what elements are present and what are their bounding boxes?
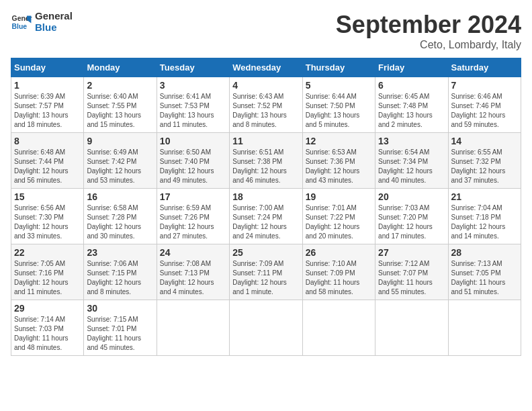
calendar-cell: 15 Sunrise: 6:56 AMSunset: 7:30 PMDaylig…: [11, 189, 84, 244]
day-info: Sunrise: 6:55 AMSunset: 7:32 PMDaylight:…: [451, 148, 518, 185]
calendar-cell: 21 Sunrise: 7:04 AMSunset: 7:18 PMDaylig…: [448, 189, 521, 244]
calendar-cell: 24 Sunrise: 7:08 AMSunset: 7:13 PMDaylig…: [157, 244, 229, 300]
day-info: Sunrise: 7:14 AMSunset: 7:03 PMDaylight:…: [14, 315, 81, 353]
header-row: SundayMondayTuesdayWednesdayThursdayFrid…: [11, 58, 521, 77]
day-number: 15: [14, 191, 81, 202]
logo: General Blue General Blue: [11, 11, 73, 33]
calendar-cell: [157, 300, 229, 356]
col-header-thursday: Thursday: [302, 58, 375, 77]
calendar-cell: 7 Sunrise: 6:46 AMSunset: 7:46 PMDayligh…: [448, 77, 521, 133]
day-number: 13: [378, 136, 445, 146]
day-info: Sunrise: 7:06 AMSunset: 7:15 PMDaylight:…: [87, 259, 153, 297]
calendar-cell: 19 Sunrise: 7:01 AMSunset: 7:22 PMDaylig…: [302, 189, 375, 244]
calendar-cell: 4 Sunrise: 6:43 AMSunset: 7:52 PMDayligh…: [230, 77, 302, 133]
logo-icon: General Blue: [11, 11, 32, 33]
day-number: 25: [232, 247, 299, 258]
day-number: 4: [232, 80, 299, 91]
day-number: 29: [14, 303, 81, 314]
day-info: Sunrise: 6:58 AMSunset: 7:28 PMDaylight:…: [87, 203, 153, 241]
day-info: Sunrise: 6:53 AMSunset: 7:36 PMDaylight:…: [306, 148, 372, 185]
day-number: 17: [160, 191, 226, 202]
logo-general: General: [35, 11, 73, 22]
day-number: 12: [306, 136, 372, 146]
calendar-table: SundayMondayTuesdayWednesdayThursdayFrid…: [11, 58, 521, 356]
day-number: 21: [451, 191, 518, 202]
day-info: Sunrise: 6:43 AMSunset: 7:52 PMDaylight:…: [232, 92, 299, 130]
calendar-cell: [302, 300, 375, 356]
calendar-cell: 3 Sunrise: 6:41 AMSunset: 7:53 PMDayligh…: [157, 77, 229, 133]
col-header-saturday: Saturday: [448, 58, 521, 77]
calendar-cell: 26 Sunrise: 7:10 AMSunset: 7:09 PMDaylig…: [302, 244, 375, 300]
calendar-cell: 9 Sunrise: 6:49 AMSunset: 7:42 PMDayligh…: [84, 133, 157, 189]
col-header-wednesday: Wednesday: [230, 58, 302, 77]
calendar-cell: 23 Sunrise: 7:06 AMSunset: 7:15 PMDaylig…: [84, 244, 157, 300]
day-number: 11: [232, 136, 299, 146]
day-number: 18: [232, 191, 299, 202]
calendar-cell: 2 Sunrise: 6:40 AMSunset: 7:55 PMDayligh…: [84, 77, 157, 133]
day-info: Sunrise: 6:40 AMSunset: 7:55 PMDaylight:…: [87, 92, 153, 130]
header: General Blue General Blue September 2024…: [11, 11, 521, 51]
day-number: 26: [306, 247, 372, 258]
day-number: 2: [87, 80, 153, 91]
col-header-friday: Friday: [375, 58, 448, 77]
day-info: Sunrise: 7:04 AMSunset: 7:18 PMDaylight:…: [451, 203, 518, 241]
day-info: Sunrise: 7:13 AMSunset: 7:05 PMDaylight:…: [451, 259, 518, 297]
day-info: Sunrise: 7:03 AMSunset: 7:20 PMDaylight:…: [378, 203, 445, 241]
col-header-sunday: Sunday: [11, 58, 84, 77]
day-number: 28: [451, 247, 518, 258]
calendar-cell: 17 Sunrise: 6:59 AMSunset: 7:26 PMDaylig…: [157, 189, 229, 244]
day-number: 23: [87, 247, 153, 258]
day-info: Sunrise: 6:49 AMSunset: 7:42 PMDaylight:…: [87, 148, 153, 185]
calendar-cell: 18 Sunrise: 7:00 AMSunset: 7:24 PMDaylig…: [230, 189, 302, 244]
day-info: Sunrise: 6:59 AMSunset: 7:26 PMDaylight:…: [160, 203, 226, 241]
calendar-cell: 6 Sunrise: 6:45 AMSunset: 7:48 PMDayligh…: [375, 77, 448, 133]
location-title: Ceto, Lombardy, Italy: [336, 39, 521, 51]
day-number: 6: [378, 80, 445, 91]
day-info: Sunrise: 6:39 AMSunset: 7:57 PMDaylight:…: [14, 92, 81, 130]
calendar-cell: 5 Sunrise: 6:44 AMSunset: 7:50 PMDayligh…: [302, 77, 375, 133]
calendar-cell: 30 Sunrise: 7:15 AMSunset: 7:01 PMDaylig…: [84, 300, 157, 356]
calendar-cell: [448, 300, 521, 356]
day-number: 10: [160, 136, 226, 146]
calendar-cell: 10 Sunrise: 6:50 AMSunset: 7:40 PMDaylig…: [157, 133, 229, 189]
calendar-cell: 22 Sunrise: 7:05 AMSunset: 7:16 PMDaylig…: [11, 244, 84, 300]
day-number: 30: [87, 303, 153, 314]
calendar-cell: 29 Sunrise: 7:14 AMSunset: 7:03 PMDaylig…: [11, 300, 84, 356]
day-info: Sunrise: 7:05 AMSunset: 7:16 PMDaylight:…: [14, 259, 81, 297]
day-number: 1: [14, 80, 81, 91]
calendar-cell: [375, 300, 448, 356]
col-header-monday: Monday: [84, 58, 157, 77]
day-info: Sunrise: 6:44 AMSunset: 7:50 PMDaylight:…: [306, 92, 372, 130]
day-number: 20: [378, 191, 445, 202]
day-number: 27: [378, 247, 445, 258]
day-info: Sunrise: 7:12 AMSunset: 7:07 PMDaylight:…: [378, 259, 445, 297]
day-info: Sunrise: 6:54 AMSunset: 7:34 PMDaylight:…: [378, 148, 445, 185]
day-info: Sunrise: 6:51 AMSunset: 7:38 PMDaylight:…: [232, 148, 299, 185]
title-section: September 2024 Ceto, Lombardy, Italy: [336, 11, 521, 51]
calendar-cell: 13 Sunrise: 6:54 AMSunset: 7:34 PMDaylig…: [375, 133, 448, 189]
col-header-tuesday: Tuesday: [157, 58, 229, 77]
day-number: 14: [451, 136, 518, 146]
day-info: Sunrise: 6:56 AMSunset: 7:30 PMDaylight:…: [14, 203, 81, 241]
day-info: Sunrise: 7:15 AMSunset: 7:01 PMDaylight:…: [87, 315, 153, 353]
week-row-2: 8 Sunrise: 6:48 AMSunset: 7:44 PMDayligh…: [11, 133, 521, 189]
day-number: 3: [160, 80, 226, 91]
calendar-cell: 12 Sunrise: 6:53 AMSunset: 7:36 PMDaylig…: [302, 133, 375, 189]
calendar-cell: 1 Sunrise: 6:39 AMSunset: 7:57 PMDayligh…: [11, 77, 84, 133]
calendar-cell: 20 Sunrise: 7:03 AMSunset: 7:20 PMDaylig…: [375, 189, 448, 244]
calendar-cell: 14 Sunrise: 6:55 AMSunset: 7:32 PMDaylig…: [448, 133, 521, 189]
day-number: 5: [306, 80, 372, 91]
day-number: 22: [14, 247, 81, 258]
month-title: September 2024: [336, 11, 521, 39]
day-info: Sunrise: 6:41 AMSunset: 7:53 PMDaylight:…: [160, 92, 226, 130]
day-info: Sunrise: 6:48 AMSunset: 7:44 PMDaylight:…: [14, 148, 81, 185]
calendar-cell: 25 Sunrise: 7:09 AMSunset: 7:11 PMDaylig…: [230, 244, 302, 300]
day-info: Sunrise: 6:45 AMSunset: 7:48 PMDaylight:…: [378, 92, 445, 130]
calendar-cell: 8 Sunrise: 6:48 AMSunset: 7:44 PMDayligh…: [11, 133, 84, 189]
day-number: 19: [306, 191, 372, 202]
week-row-3: 15 Sunrise: 6:56 AMSunset: 7:30 PMDaylig…: [11, 189, 521, 244]
week-row-1: 1 Sunrise: 6:39 AMSunset: 7:57 PMDayligh…: [11, 77, 521, 133]
day-info: Sunrise: 7:10 AMSunset: 7:09 PMDaylight:…: [306, 259, 372, 297]
day-info: Sunrise: 7:01 AMSunset: 7:22 PMDaylight:…: [306, 203, 372, 241]
day-info: Sunrise: 7:00 AMSunset: 7:24 PMDaylight:…: [232, 203, 299, 241]
